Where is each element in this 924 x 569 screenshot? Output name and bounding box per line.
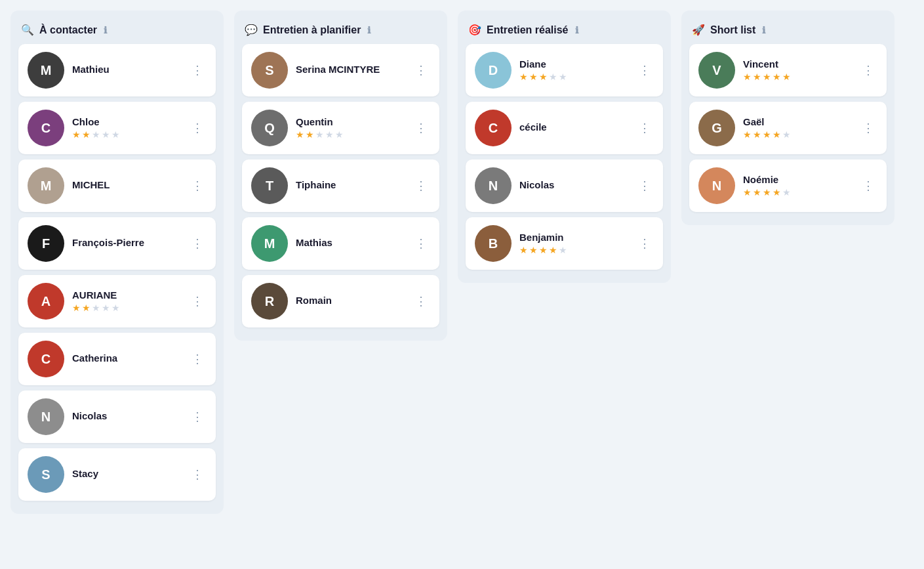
avatar-gael: G [698, 110, 735, 146]
info-icon[interactable]: ℹ [104, 25, 107, 35]
card-tiphaine[interactable]: T Tiphaine ⋮ [242, 159, 439, 212]
card-menu-button[interactable]: ⋮ [412, 60, 430, 80]
column-short-list: 🚀 Short list ℹ V Vincent ★★★★★ ⋮ G Gaël … [681, 11, 894, 225]
card-benjamin[interactable]: B Benjamin ★★★★★ ⋮ [466, 217, 663, 270]
column-header-entretien-a-planifier: 💬 Entretien à planifier ℹ [242, 18, 439, 44]
star-rating: ★★★★★ [743, 129, 852, 140]
card-mathieu[interactable]: M Mathieu ⋮ [18, 44, 216, 96]
star: ★ [763, 187, 771, 198]
card-name: Gaël [743, 116, 852, 127]
avatar-mathieu: M [28, 52, 64, 89]
card-nicolas2[interactable]: N Nicolas ⋮ [466, 159, 663, 212]
star: ★ [111, 303, 120, 313]
info-icon[interactable]: ℹ [367, 25, 371, 35]
card-name: Nicolas [519, 179, 628, 190]
card-diane[interactable]: D Diane ★★★★★ ⋮ [466, 44, 663, 96]
card-menu-button[interactable]: ⋮ [636, 234, 654, 253]
star: ★ [559, 72, 567, 82]
card-romain[interactable]: R Romain ⋮ [242, 275, 439, 327]
card-menu-button[interactable]: ⋮ [189, 291, 207, 311]
card-menu-button[interactable]: ⋮ [636, 176, 654, 196]
card-name: Catherina [72, 352, 181, 364]
avatar-cecile: C [475, 110, 512, 146]
avatar-catherina: C [28, 341, 64, 377]
card-francois-pierre[interactable]: F François-Pierre ⋮ [18, 217, 216, 270]
card-info-nicolas: Nicolas [72, 410, 181, 423]
card-menu-button[interactable]: ⋮ [412, 291, 430, 311]
info-icon[interactable]: ℹ [575, 25, 578, 35]
star: ★ [102, 303, 110, 313]
card-serina[interactable]: S Serina MCINTYRE ⋮ [242, 44, 439, 96]
card-cecile[interactable]: C cécile ⋮ [466, 102, 663, 154]
card-info-benjamin: Benjamin ★★★★★ [519, 232, 628, 255]
column-entretien-a-planifier: 💬 Entretien à planifier ℹ S Serina MCINT… [234, 11, 447, 341]
star: ★ [782, 129, 791, 140]
card-gael[interactable]: G Gaël ★★★★★ ⋮ [689, 102, 887, 154]
card-noemie[interactable]: N Noémie ★★★★★ ⋮ [689, 159, 887, 212]
card-menu-button[interactable]: ⋮ [189, 60, 207, 80]
star-rating: ★★★★★ [296, 129, 405, 140]
card-menu-button[interactable]: ⋮ [189, 349, 207, 369]
star: ★ [529, 245, 538, 255]
card-menu-button[interactable]: ⋮ [860, 176, 877, 196]
card-menu-button[interactable]: ⋮ [189, 234, 207, 253]
card-name: Vincent [743, 58, 852, 70]
star: ★ [773, 72, 781, 82]
card-michel[interactable]: M MICHEL ⋮ [18, 159, 216, 212]
star: ★ [529, 72, 538, 82]
avatar-romain: R [251, 283, 288, 320]
card-stacy[interactable]: S Stacy ⋮ [18, 448, 216, 501]
card-menu-button[interactable]: ⋮ [412, 176, 430, 196]
card-info-noemie: Noémie ★★★★★ [743, 174, 852, 198]
card-nicolas[interactable]: N Nicolas ⋮ [18, 390, 216, 443]
star-rating: ★★★★★ [519, 72, 628, 82]
card-name: Noémie [743, 174, 852, 185]
info-icon[interactable]: ℹ [762, 25, 765, 35]
card-catherina[interactable]: C Catherina ⋮ [18, 333, 216, 385]
avatar-tiphaine: T [251, 167, 288, 204]
card-menu-button[interactable]: ⋮ [189, 465, 207, 484]
card-info-nicolas2: Nicolas [519, 179, 628, 192]
card-info-tiphaine: Tiphaine [296, 179, 405, 192]
card-menu-button[interactable]: ⋮ [860, 60, 877, 80]
star-rating: ★★★★★ [743, 187, 852, 198]
star-rating: ★★★★★ [743, 72, 852, 82]
card-menu-button[interactable]: ⋮ [860, 118, 877, 138]
column-title: Short list [710, 24, 755, 36]
column-header-short-list: 🚀 Short list ℹ [689, 18, 887, 44]
star: ★ [72, 303, 81, 313]
card-info-mathieu: Mathieu [72, 64, 181, 77]
column-entretien-realise: 🎯 Entretien réalisé ℹ D Diane ★★★★★ ⋮ C … [458, 11, 671, 283]
star: ★ [519, 245, 528, 255]
card-vincent[interactable]: V Vincent ★★★★★ ⋮ [689, 44, 887, 96]
card-name: Romain [296, 295, 405, 306]
card-menu-button[interactable]: ⋮ [636, 118, 654, 138]
card-menu-button[interactable]: ⋮ [189, 407, 207, 427]
card-menu-button[interactable]: ⋮ [412, 234, 430, 253]
card-mathias[interactable]: M Mathias ⋮ [242, 217, 439, 270]
star: ★ [92, 129, 100, 140]
card-name: Quentin [296, 116, 405, 127]
card-auriane[interactable]: A AURIANE ★★★★★ ⋮ [18, 275, 216, 327]
card-name: Benjamin [519, 232, 628, 243]
card-menu-button[interactable]: ⋮ [189, 118, 207, 138]
column-icon: 💬 [245, 24, 258, 36]
card-name: Tiphaine [296, 179, 405, 190]
star: ★ [782, 187, 791, 198]
card-info-serina: Serina MCINTYRE [296, 64, 405, 77]
avatar-serina: S [251, 52, 288, 89]
star: ★ [335, 129, 344, 140]
card-menu-button[interactable]: ⋮ [189, 176, 207, 196]
column-title: Entretien réalisé [487, 24, 569, 36]
card-menu-button[interactable]: ⋮ [412, 118, 430, 138]
card-info-diane: Diane ★★★★★ [519, 58, 628, 82]
card-menu-button[interactable]: ⋮ [636, 60, 654, 80]
card-chloe[interactable]: C Chloe ★★★★★ ⋮ [18, 102, 216, 154]
column-title: Entretien à planifier [263, 24, 361, 36]
star: ★ [743, 72, 752, 82]
star: ★ [549, 245, 557, 255]
card-name: Chloe [72, 116, 181, 127]
avatar-quentin: Q [251, 110, 288, 146]
card-quentin[interactable]: Q Quentin ★★★★★ ⋮ [242, 102, 439, 154]
card-name: Mathieu [72, 64, 181, 75]
